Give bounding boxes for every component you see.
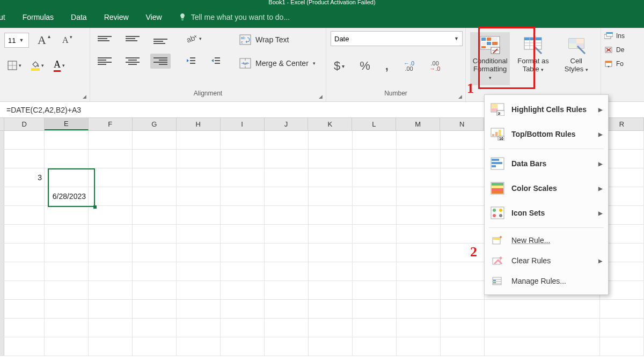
border-button[interactable]: ▾: [4, 58, 25, 72]
svg-text:ab: ab: [241, 36, 245, 40]
percent-format-button[interactable]: %: [356, 57, 374, 75]
align-middle-button[interactable]: [122, 31, 143, 46]
fill-color-button[interactable]: ▾: [28, 58, 47, 73]
dollar-icon: $: [334, 59, 340, 73]
delete-button[interactable]: De: [604, 46, 633, 54]
menu-manage-rules[interactable]: Manage Rules...: [485, 271, 608, 291]
menu-new-rule[interactable]: New Rule...: [485, 230, 608, 250]
svg-rect-72: [492, 191, 503, 194]
group-number: Date ▼ $▾ % , ←.0.00 .00→.0 Number◢: [326, 28, 466, 101]
chevron-down-icon: ▾: [199, 36, 202, 41]
align-left-button[interactable]: [94, 54, 115, 69]
increase-font-button[interactable]: A▴: [34, 31, 54, 49]
dialog-launcher-icon[interactable]: ◢: [458, 94, 462, 99]
selection-handle[interactable]: [93, 205, 97, 209]
selection-outline: [48, 168, 95, 207]
decrease-font-button[interactable]: A▾: [59, 33, 76, 47]
column-header-D[interactable]: D: [4, 118, 44, 130]
svg-rect-41: [569, 39, 576, 43]
align-bottom-button[interactable]: [150, 31, 171, 46]
orientation-button[interactable]: ab ▾: [182, 31, 205, 46]
decrease-decimal-button[interactable]: .00→.0: [426, 58, 443, 73]
column-header-J[interactable]: J: [265, 118, 309, 130]
ribbon-tabs: ut Formulas Data Review View Tell me wha…: [0, 6, 644, 28]
clear-rules-icon: [490, 254, 505, 268]
format-as-table-button[interactable]: Format asTable ▾: [513, 32, 553, 77]
column-header-F[interactable]: F: [89, 118, 133, 130]
increase-indent-button[interactable]: [207, 54, 224, 68]
merge-center-label: Merge & Center: [255, 59, 309, 68]
chevron-down-icon: ▼: [19, 38, 24, 43]
column-header-N[interactable]: N: [440, 118, 484, 130]
align-center-button[interactable]: [122, 54, 143, 69]
decrease-indent-button[interactable]: [182, 54, 200, 68]
svg-rect-35: [524, 38, 541, 40]
column-header-E[interactable]: E: [45, 118, 89, 130]
submenu-arrow-icon: ▶: [598, 258, 603, 264]
submenu-arrow-icon: ▶: [598, 186, 603, 191]
font-color-button[interactable]: A ▾: [50, 57, 68, 74]
insert-button[interactable]: Ins: [604, 32, 633, 40]
column-header-H[interactable]: H: [177, 118, 221, 130]
svg-rect-71: [492, 188, 503, 191]
svg-rect-67: [492, 165, 496, 167]
svg-rect-54: [492, 104, 497, 108]
cell-styles-button[interactable]: CellStyles ▾: [557, 32, 596, 77]
percent-icon: %: [360, 59, 370, 73]
tab-formulas[interactable]: Formulas: [21, 11, 55, 24]
svg-point-74: [493, 209, 496, 212]
menu-data-bars[interactable]: Data Bars▶: [485, 151, 608, 176]
svg-rect-31: [487, 46, 491, 48]
align-top-button[interactable]: [94, 31, 115, 46]
number-format-select[interactable]: Date ▼: [331, 31, 463, 46]
accounting-format-button[interactable]: $▾: [331, 57, 348, 75]
align-top-icon: [98, 33, 112, 44]
merge-center-icon: a: [239, 58, 251, 69]
submenu-arrow-icon: ▶: [598, 131, 603, 137]
menu-top-bottom-rules[interactable]: 10 Top/Bottom Rules▶: [485, 122, 608, 146]
wrap-text-button[interactable]: abc Wrap Text: [236, 32, 319, 47]
merge-center-button[interactable]: a Merge & Center ▾: [236, 56, 319, 71]
align-right-button[interactable]: [150, 54, 171, 69]
menu-highlight-cells-rules[interactable]: ≥ Highlight Cells Rules▶: [485, 97, 608, 122]
icon-sets-icon: [490, 206, 505, 220]
menu-clear-rules[interactable]: Clear Rules▶: [485, 250, 608, 271]
svg-rect-43: [569, 43, 576, 48]
menu-icon-sets[interactable]: Icon Sets▶: [485, 201, 608, 225]
chevron-down-icon: ▾: [541, 67, 544, 72]
window-title: Book1 - Excel (Product Activation Failed…: [268, 0, 375, 5]
submenu-arrow-icon: ▶: [598, 107, 603, 113]
manage-rules-icon: [490, 274, 505, 288]
svg-text:10: 10: [499, 137, 503, 141]
group-label-number: Number◢: [331, 90, 461, 99]
column-header-L[interactable]: L: [352, 118, 396, 130]
increase-decimal-button[interactable]: ←.0.00: [400, 58, 418, 73]
column-header-M[interactable]: M: [396, 118, 440, 130]
svg-rect-66: [492, 162, 502, 164]
paint-bucket-icon: [31, 61, 40, 71]
chevron-down-icon: ▾: [19, 63, 21, 68]
column-header-K[interactable]: K: [308, 118, 352, 130]
menu-color-scales[interactable]: Color Scales▶: [485, 176, 608, 201]
font-size-select[interactable]: 11 ▼: [4, 33, 29, 48]
chevron-down-icon: ▾: [41, 63, 44, 68]
column-header-I[interactable]: I: [221, 118, 265, 130]
wrap-text-label: Wrap Text: [255, 35, 289, 44]
comma-format-button[interactable]: ,: [382, 57, 392, 75]
new-rule-icon: [490, 233, 505, 247]
tell-me-search[interactable]: Tell me what you want to do...: [178, 13, 290, 21]
increase-decimal-icon: ←.0.00: [404, 61, 414, 71]
dialog-launcher-icon[interactable]: ◢: [83, 94, 86, 99]
tab-data[interactable]: Data: [70, 11, 88, 24]
conditional-formatting-button[interactable]: ConditionalFormatting ▾: [470, 32, 510, 85]
svg-rect-61: [499, 130, 501, 136]
svg-rect-60: [495, 132, 497, 136]
svg-rect-86: [493, 282, 496, 283]
tab-partial[interactable]: ut: [0, 11, 6, 24]
tab-view[interactable]: View: [145, 11, 163, 24]
svg-rect-65: [492, 159, 499, 161]
dialog-launcher-icon[interactable]: ◢: [319, 94, 323, 99]
column-header-G[interactable]: G: [133, 118, 177, 130]
tab-review[interactable]: Review: [103, 11, 130, 24]
format-button[interactable]: Fo: [604, 60, 633, 68]
